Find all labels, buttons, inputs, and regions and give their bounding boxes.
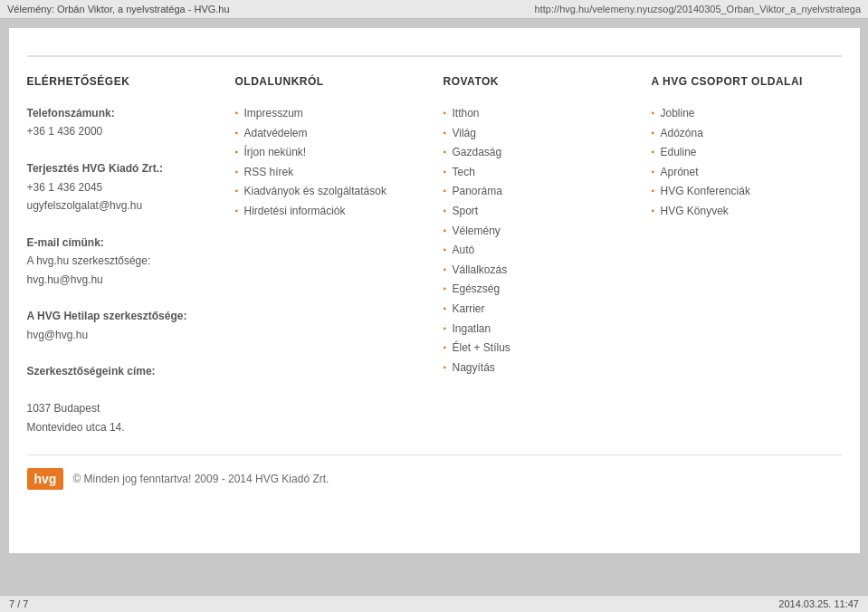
karrier-link[interactable]: Karrier [453, 302, 485, 315]
list-item: Hirdetési információk [235, 202, 425, 222]
list-item: Adózóna [652, 124, 842, 144]
impresszum-link[interactable]: Impresszum [244, 107, 303, 120]
section-heading-rovatok: ROVATOK [444, 75, 634, 91]
oldalunkrol-list: Impresszum Adatvédelem Írjon nekünk! RSS… [235, 104, 425, 222]
list-item: HVG Konferenciák [652, 182, 842, 202]
adozona-link[interactable]: Adózóna [661, 127, 703, 139]
eduline-link[interactable]: Eduline [661, 146, 697, 158]
irjon-nekunk-link[interactable]: Írjon nekünk! [244, 146, 307, 158]
list-item: RSS hírek [235, 163, 425, 183]
list-item: Karrier [444, 300, 634, 320]
list-item: Ingatlan [444, 320, 634, 339]
list-item: Tech [444, 163, 634, 183]
copyright-text: © Minden jog fenntartva! 2009 - 2014 HVG… [72, 473, 329, 485]
egeszség-link[interactable]: Egészség [453, 282, 501, 295]
list-item: Élet + Stílus [444, 339, 634, 359]
apronet-link[interactable]: Aprónet [661, 166, 699, 178]
list-item: Adatvédelem [235, 124, 425, 144]
hvg-csoport-list: Jobline Adózóna Eduline Aprónet HVG Konf… [652, 104, 842, 222]
itthon-link[interactable]: Itthon [453, 107, 480, 120]
elet-stilus-link[interactable]: Élet + Stílus [453, 341, 510, 354]
section-heading-oldalunkrol: OLDALUNKRÓL [235, 75, 425, 91]
list-item: Vélemény [444, 222, 634, 242]
section-heading-elerhetosegek: ELÉRHETŐSÉGEK [27, 75, 217, 91]
list-item: Eduline [652, 143, 842, 163]
footer-section-oldalunkrol: OLDALUNKRÓL Impresszum Adatvédelem Írjon… [235, 75, 425, 436]
kiadvanyok-link[interactable]: Kiadványok és szolgáltatások [244, 185, 386, 197]
adatvédelem-link[interactable]: Adatvédelem [244, 127, 308, 139]
page-content: ELÉRHETŐSÉGEK Telefonszámunk: +36 1 436 … [9, 28, 860, 553]
ingatlan-link[interactable]: Ingatlan [453, 322, 491, 335]
list-item: Aprónet [652, 163, 842, 183]
footer-section-hvg-csoport: A HVG CSOPORT OLDALAI Jobline Adózóna Ed… [652, 75, 842, 436]
browser-url: http://hvg.hu/velemeny.nyuzsog/20140305_… [535, 4, 861, 14]
contact-info: Telefonszámunk: +36 1 436 2000 Terjeszté… [27, 104, 217, 436]
nagyitas-link[interactable]: Nagyítás [453, 361, 495, 374]
footer-section-elerhetosegek: ELÉRHETŐSÉGEK Telefonszámunk: +36 1 436 … [27, 75, 217, 436]
list-item: Egészség [444, 280, 634, 300]
hvg-konyvek-link[interactable]: HVG Könyvek [661, 205, 729, 217]
gazdasag-link[interactable]: Gazdaság [453, 146, 502, 158]
list-item: Világ [444, 124, 634, 144]
list-item: Gazdaság [444, 143, 634, 163]
browser-bar: Vélemény: Orbán Viktor, a nyelvstratéga … [0, 0, 868, 19]
tech-link[interactable]: Tech [453, 166, 475, 178]
list-item: Írjon nekünk! [235, 143, 425, 163]
auto-link[interactable]: Autó [453, 244, 475, 256]
list-item: HVG Könyvek [652, 202, 842, 222]
footer-grid: ELÉRHETŐSÉGEK Telefonszámunk: +36 1 436 … [27, 55, 842, 436]
sport-link[interactable]: Sport [453, 205, 479, 217]
hirdetesi-link[interactable]: Hirdetési információk [244, 205, 346, 217]
jobline-link[interactable]: Jobline [661, 107, 695, 120]
hvg-logo: hvg [27, 468, 64, 490]
rovatok-list: Itthon Világ Gazdaság Tech Panoráma Spor… [444, 104, 634, 378]
list-item: Impresszum [235, 104, 425, 124]
list-item: Panoráma [444, 182, 634, 202]
vilag-link[interactable]: Világ [453, 127, 476, 139]
vallalkozas-link[interactable]: Vállalkozás [453, 263, 508, 276]
footer-bottom: hvg © Minden jog fenntartva! 2009 - 2014… [27, 454, 842, 490]
list-item: Jobline [652, 104, 842, 124]
section-heading-hvg-csoport: A HVG CSOPORT OLDALAI [652, 75, 842, 91]
list-item: Kiadványok és szolgáltatások [235, 182, 425, 202]
footer-section-rovatok: ROVATOK Itthon Világ Gazdaság Tech Panor… [444, 75, 634, 436]
velemeny-link[interactable]: Vélemény [453, 225, 501, 237]
list-item: Nagyítás [444, 359, 634, 378]
list-item: Sport [444, 202, 634, 222]
hvg-konferenciak-link[interactable]: HVG Konferenciák [661, 185, 750, 197]
list-item: Itthon [444, 104, 634, 124]
list-item: Vállalkozás [444, 261, 634, 281]
panorama-link[interactable]: Panoráma [453, 185, 502, 197]
browser-title: Vélemény: Orbán Viktor, a nyelvstratéga … [7, 4, 230, 14]
rss-hirek-link[interactable]: RSS hírek [244, 166, 294, 178]
list-item: Autó [444, 241, 634, 261]
